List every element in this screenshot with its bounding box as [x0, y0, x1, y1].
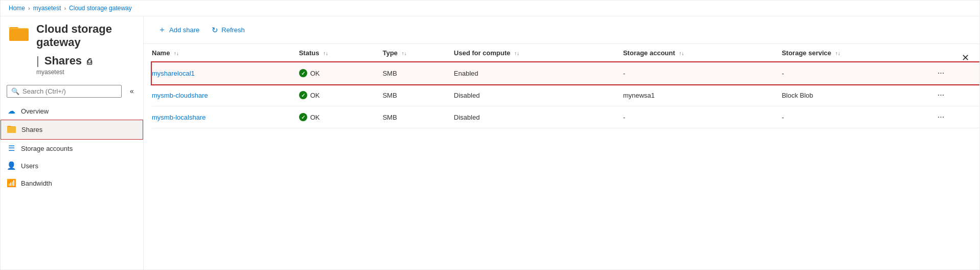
add-share-button[interactable]: ＋ Add share	[152, 21, 206, 38]
breadcrumb: Home › myasetest › Cloud storage gateway	[1, 1, 979, 16]
breadcrumb-myasetest[interactable]: myasetest	[33, 5, 61, 12]
section-name: Shares	[44, 54, 82, 68]
sidebar-item-storage-accounts-label: Storage accounts	[21, 145, 73, 152]
sidebar-item-bandwidth-label: Bandwidth	[21, 179, 52, 187]
cell-status: OK	[299, 62, 383, 84]
app-container: Home › myasetest › Cloud storage gateway…	[0, 0, 980, 270]
sidebar-item-shares[interactable]: Shares	[1, 120, 143, 140]
search-icon: 🔍	[11, 87, 19, 95]
collapse-sidebar-button[interactable]: «	[125, 84, 139, 98]
resource-name: Cloud storage gateway	[36, 22, 135, 49]
sidebar-item-users-label: Users	[21, 162, 38, 170]
svg-rect-6	[7, 127, 16, 133]
table-header-row: Name ↑↓ Status ↑↓ Type ↑↓	[152, 44, 979, 62]
col-header-status[interactable]: Status ↑↓	[299, 44, 383, 62]
folder-icon	[7, 124, 16, 135]
cell-status: OK	[299, 84, 383, 106]
sidebar-item-shares-label: Shares	[21, 126, 42, 133]
search-input[interactable]	[22, 87, 117, 95]
sidebar-item-overview-label: Overview	[21, 107, 49, 115]
sort-icon-name: ↑↓	[174, 51, 179, 56]
cell-storage-service: -	[782, 62, 935, 84]
refresh-icon: ↻	[212, 26, 218, 35]
row-more-button[interactable]: ···	[935, 111, 947, 123]
breadcrumb-home[interactable]: Home	[9, 5, 25, 12]
add-icon: ＋	[158, 25, 166, 35]
sidebar-nav: ☁ Overview Shares ☰ Storage accounts 👤 U…	[1, 102, 143, 192]
cell-storage-account: -	[623, 62, 782, 84]
refresh-label: Refresh	[221, 26, 245, 34]
cell-used-for-compute: Disabled	[454, 84, 623, 106]
cell-actions: ···	[935, 106, 979, 128]
refresh-button[interactable]: ↻ Refresh	[206, 22, 251, 38]
svg-rect-3	[9, 29, 29, 41]
cell-storage-service: Block Blob	[782, 84, 935, 106]
header-area: Cloud storage gateway | Shares ⎙ myasete…	[1, 16, 143, 80]
cell-storage-account: mynewsa1	[623, 84, 782, 106]
cell-used-for-compute: Enabled	[454, 62, 623, 84]
sidebar: Cloud storage gateway | Shares ⎙ myasete…	[1, 16, 144, 269]
list-icon: ☰	[7, 144, 16, 153]
header-subtitle: myasetest	[36, 69, 135, 76]
cell-name[interactable]: mysmb-cloudshare	[152, 84, 299, 106]
status-ok-text: OK	[310, 114, 320, 121]
col-header-storage-service[interactable]: Storage service ↑↓	[782, 44, 935, 62]
shares-table: Name ↑↓ Status ↑↓ Type ↑↓	[152, 44, 979, 128]
breadcrumb-sep-2: ›	[64, 5, 66, 11]
sidebar-item-storage-accounts[interactable]: ☰ Storage accounts	[1, 140, 143, 157]
col-header-used-for-compute[interactable]: Used for compute ↑↓	[454, 44, 623, 62]
wifi-icon: 📶	[7, 178, 16, 188]
sidebar-item-users[interactable]: 👤 Users	[1, 157, 143, 174]
row-more-button[interactable]: ···	[935, 68, 947, 79]
cell-storage-service: -	[782, 106, 935, 128]
header-title-block: Cloud storage gateway | Shares ⎙ myasete…	[36, 22, 135, 76]
cell-type: SMB	[382, 106, 453, 128]
main-layout: Cloud storage gateway | Shares ⎙ myasete…	[1, 16, 979, 269]
col-header-name[interactable]: Name ↑↓	[152, 44, 299, 62]
breadcrumb-current: Cloud storage gateway	[69, 5, 132, 12]
sort-icon-storage-account: ↑↓	[679, 51, 684, 56]
toolbar: ＋ Add share ↻ Refresh	[144, 16, 979, 44]
cell-used-for-compute: Disabled	[454, 106, 623, 128]
cell-actions: ···	[935, 62, 979, 84]
sort-icon-compute: ↑↓	[514, 51, 519, 56]
status-ok-text: OK	[310, 92, 320, 99]
add-share-label: Add share	[169, 26, 199, 34]
search-box[interactable]: 🔍	[7, 85, 122, 98]
close-button[interactable]: ✕	[962, 52, 969, 63]
page-title: Cloud storage gateway | Shares ⎙	[36, 22, 135, 68]
cell-type: SMB	[382, 62, 453, 84]
sidebar-item-overview[interactable]: ☁ Overview	[1, 102, 143, 120]
table-row: mysmb-localshareOKSMBDisabled--···	[152, 106, 979, 128]
row-more-button[interactable]: ···	[935, 89, 947, 101]
cell-actions: ···	[935, 84, 979, 106]
folder-icon-large	[9, 22, 29, 43]
cell-type: SMB	[382, 84, 453, 106]
col-header-type[interactable]: Type ↑↓	[382, 44, 453, 62]
col-header-actions	[935, 44, 979, 62]
status-ok-text: OK	[310, 70, 320, 77]
sort-icon-type: ↑↓	[401, 51, 406, 56]
table-area: Name ↑↓ Status ↑↓ Type ↑↓	[144, 44, 979, 269]
table-row: mysharelocal1OKSMBEnabled--···	[152, 62, 979, 84]
sort-icon-status: ↑↓	[323, 51, 328, 56]
search-row: 🔍 «	[1, 80, 143, 102]
cell-status: OK	[299, 106, 383, 128]
sidebar-item-bandwidth[interactable]: 📶 Bandwidth	[1, 174, 143, 192]
status-ok-icon	[299, 69, 307, 77]
person-icon: 👤	[7, 161, 16, 170]
sort-icon-storage-service: ↑↓	[835, 51, 840, 56]
title-separator: |	[36, 54, 39, 68]
table-row: mysmb-cloudshareOKSMBDisabledmynewsa1Blo…	[152, 84, 979, 106]
cell-name[interactable]: mysharelocal1	[152, 62, 299, 84]
col-header-storage-account[interactable]: Storage account ↑↓	[623, 44, 782, 62]
breadcrumb-sep-1: ›	[28, 5, 30, 11]
print-icon[interactable]: ⎙	[87, 57, 92, 66]
status-ok-icon	[299, 91, 307, 99]
cloud-icon: ☁	[7, 106, 16, 116]
cell-name[interactable]: mysmb-localshare	[152, 106, 299, 128]
cell-storage-account: -	[623, 106, 782, 128]
status-ok-icon	[299, 113, 307, 121]
content-area: ✕ ＋ Add share ↻ Refresh	[144, 16, 979, 269]
